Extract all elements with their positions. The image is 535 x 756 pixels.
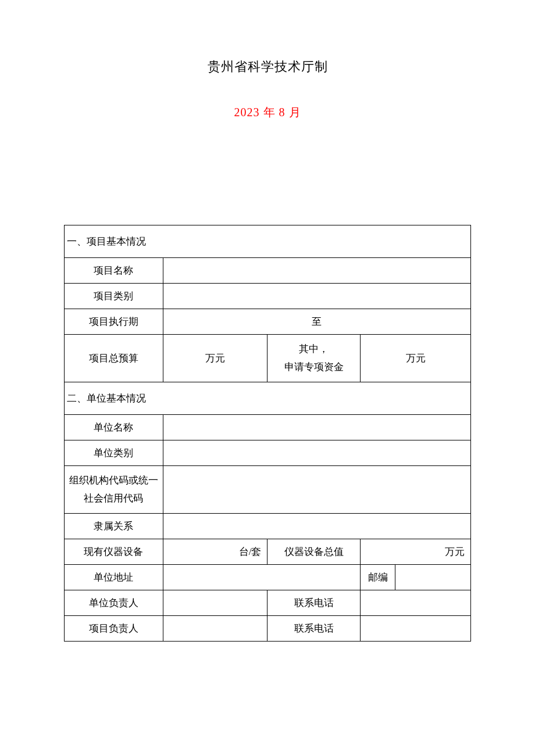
- affiliation-value: [163, 514, 470, 539]
- project-name-value: [163, 258, 470, 284]
- org-code-label: 组织机构代码或统一社会信用代码: [65, 466, 163, 514]
- project-leader-phone-value: [361, 616, 471, 642]
- unit-category-value: [163, 440, 470, 466]
- project-category-label: 项目类别: [65, 284, 163, 309]
- affiliation-label: 隶属关系: [65, 514, 163, 539]
- special-fund-unit: 万元: [361, 335, 471, 382]
- application-form-table: 一、项目基本情况 项目名称 项目类别 项目执行期 至 项目总预算 万元 其中，申…: [64, 225, 471, 642]
- document-date: 2023 年 8 月: [64, 105, 471, 120]
- unit-name-value: [163, 415, 470, 440]
- project-leader-value: [163, 616, 268, 642]
- equipment-label: 现有仪器设备: [65, 539, 163, 565]
- project-period-label: 项目执行期: [65, 309, 163, 335]
- project-leader-label: 项目负责人: [65, 616, 163, 642]
- project-leader-phone-label: 联系电话: [268, 616, 361, 642]
- project-category-value: [163, 284, 470, 309]
- project-period-value: 至: [163, 309, 470, 335]
- unit-name-label: 单位名称: [65, 415, 163, 440]
- postcode-value: [395, 565, 471, 590]
- total-budget-label: 项目总预算: [65, 335, 163, 382]
- postcode-label: 邮编: [361, 565, 395, 590]
- equipment-total-unit: 万元: [361, 539, 471, 565]
- address-label: 单位地址: [65, 565, 163, 590]
- unit-leader-value: [163, 590, 268, 616]
- unit-leader-phone-label: 联系电话: [268, 590, 361, 616]
- issuer-title: 贵州省科学技术厅制: [64, 58, 471, 76]
- address-value: [163, 565, 361, 590]
- unit-leader-label: 单位负责人: [65, 590, 163, 616]
- org-code-value: [163, 466, 470, 514]
- special-fund-label: 其中，申请专项资金: [268, 335, 361, 382]
- project-name-label: 项目名称: [65, 258, 163, 284]
- unit-leader-phone-value: [361, 590, 471, 616]
- unit-category-label: 单位类别: [65, 440, 163, 466]
- equipment-total-label: 仪器设备总值: [268, 539, 361, 565]
- section-2-header: 二、单位基本情况: [65, 382, 471, 415]
- section-1-header: 一、项目基本情况: [65, 225, 471, 258]
- equipment-unit: 台/套: [163, 539, 268, 565]
- total-budget-unit: 万元: [163, 335, 268, 382]
